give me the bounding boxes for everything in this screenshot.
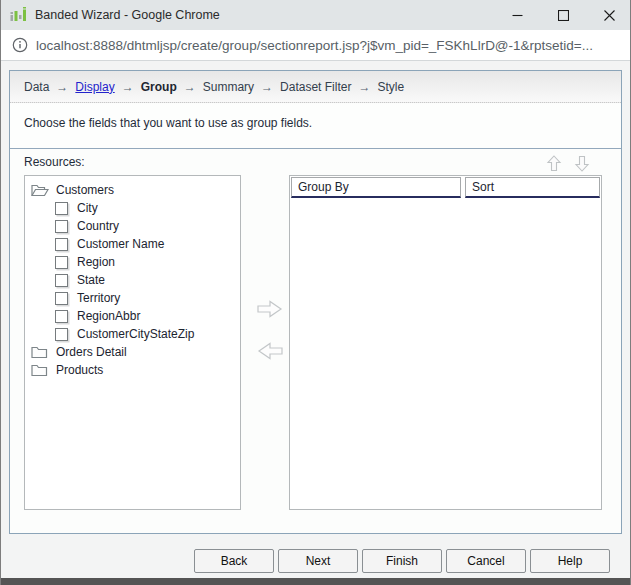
- step-arrow-icon: →: [122, 80, 134, 94]
- checkbox-unchecked-icon[interactable]: [55, 274, 68, 287]
- move-down-icon[interactable]: [574, 155, 590, 172]
- tree-field-customercitystatezip[interactable]: CustomerCityStateZip: [25, 325, 240, 343]
- tree-field-label: RegionAbbr: [77, 309, 140, 323]
- maximize-icon: [558, 10, 569, 21]
- tree-node-label: Products: [56, 363, 103, 377]
- tree-field-territory[interactable]: Territory: [25, 289, 240, 307]
- tree-field-state[interactable]: State: [25, 271, 240, 289]
- url-text[interactable]: localhost:8888/dhtmljsp/create/group/sec…: [36, 38, 593, 53]
- folder-open-icon: [31, 183, 49, 197]
- tree-field-label: Customer Name: [77, 237, 164, 251]
- checkbox-unchecked-icon[interactable]: [55, 238, 68, 251]
- step-arrow-icon: →: [184, 80, 196, 94]
- help-button[interactable]: Help: [530, 549, 610, 573]
- address-bar: localhost:8888/dhtmljsp/create/group/sec…: [1, 30, 631, 61]
- window-controls: [494, 0, 631, 30]
- folder-closed-icon: [31, 345, 49, 359]
- instruction-text: Choose the fields that you want to use a…: [10, 104, 621, 149]
- move-up-icon[interactable]: [546, 155, 562, 172]
- window-title-bar[interactable]: Banded Wizard - Google Chrome: [1, 0, 631, 30]
- step-display-link[interactable]: Display: [75, 80, 114, 94]
- step-group-current: Group: [141, 80, 177, 94]
- checkbox-unchecked-icon[interactable]: [55, 256, 68, 269]
- step-style: Style: [377, 80, 404, 94]
- tree-node-label: Orders Detail: [56, 345, 127, 359]
- checkbox-unchecked-icon[interactable]: [55, 328, 68, 341]
- step-summary: Summary: [203, 80, 254, 94]
- tree-field-label: Country: [77, 219, 119, 233]
- checkbox-unchecked-icon[interactable]: [55, 220, 68, 233]
- app-logo-icon: [9, 6, 27, 24]
- page-info-icon[interactable]: [12, 37, 28, 53]
- wizard-dialog: Data → Display → Group → Summary → Datas…: [9, 70, 622, 534]
- tree-field-country[interactable]: Country: [25, 217, 240, 235]
- tree-node-orders-detail[interactable]: Orders Detail: [25, 343, 240, 361]
- wizard-steps-bar: Data → Display → Group → Summary → Datas…: [10, 71, 621, 103]
- tree-field-label: Region: [77, 255, 115, 269]
- resources-label: Resources:: [24, 155, 85, 169]
- move-right-icon[interactable]: [256, 299, 284, 319]
- tree-node-label: Customers: [56, 183, 114, 197]
- tree-field-label: City: [77, 201, 98, 215]
- tree-field-city[interactable]: City: [25, 199, 240, 217]
- checkbox-unchecked-icon[interactable]: [55, 310, 68, 323]
- cancel-button[interactable]: Cancel: [446, 549, 526, 573]
- window-title: Banded Wizard - Google Chrome: [35, 8, 220, 22]
- tree-field-regionabbr[interactable]: RegionAbbr: [25, 307, 240, 325]
- maximize-button[interactable]: [540, 0, 586, 30]
- tree-field-label: CustomerCityStateZip: [77, 327, 194, 341]
- column-header-sort[interactable]: Sort: [465, 177, 600, 198]
- window-bottom-edge: [1, 578, 631, 585]
- step-arrow-icon: →: [358, 80, 370, 94]
- tree-node-products[interactable]: Products: [25, 361, 240, 379]
- tree-field-label: State: [77, 273, 105, 287]
- close-icon: [604, 10, 615, 21]
- folder-closed-icon: [31, 363, 49, 377]
- resources-tree-panel: Customers City Country Customer Name Reg…: [24, 175, 241, 510]
- dialog-button-row: Back Next Finish Cancel Help: [194, 549, 610, 573]
- minimize-icon: [512, 10, 523, 21]
- tree-field-region[interactable]: Region: [25, 253, 240, 271]
- move-left-icon[interactable]: [256, 341, 284, 361]
- back-button[interactable]: Back: [194, 549, 274, 573]
- finish-button[interactable]: Finish: [362, 549, 442, 573]
- chrome-popup-window: { "window": { "title": "Banded Wizard - …: [0, 0, 631, 585]
- tree-field-customer-name[interactable]: Customer Name: [25, 235, 240, 253]
- close-button[interactable]: [586, 0, 631, 30]
- tree-field-label: Territory: [77, 291, 120, 305]
- group-fields-header: Group By Sort: [290, 176, 601, 198]
- next-button[interactable]: Next: [278, 549, 358, 573]
- step-arrow-icon: →: [56, 80, 68, 94]
- group-fields-panel: Group By Sort: [289, 175, 602, 510]
- minimize-button[interactable]: [494, 0, 540, 30]
- checkbox-unchecked-icon[interactable]: [55, 292, 68, 305]
- column-header-group-by[interactable]: Group By: [291, 177, 461, 198]
- step-arrow-icon: →: [261, 80, 273, 94]
- step-data: Data: [24, 80, 49, 94]
- step-dataset-filter: Dataset Filter: [280, 80, 351, 94]
- tree-node-customers[interactable]: Customers: [25, 181, 240, 199]
- checkbox-unchecked-icon[interactable]: [55, 202, 68, 215]
